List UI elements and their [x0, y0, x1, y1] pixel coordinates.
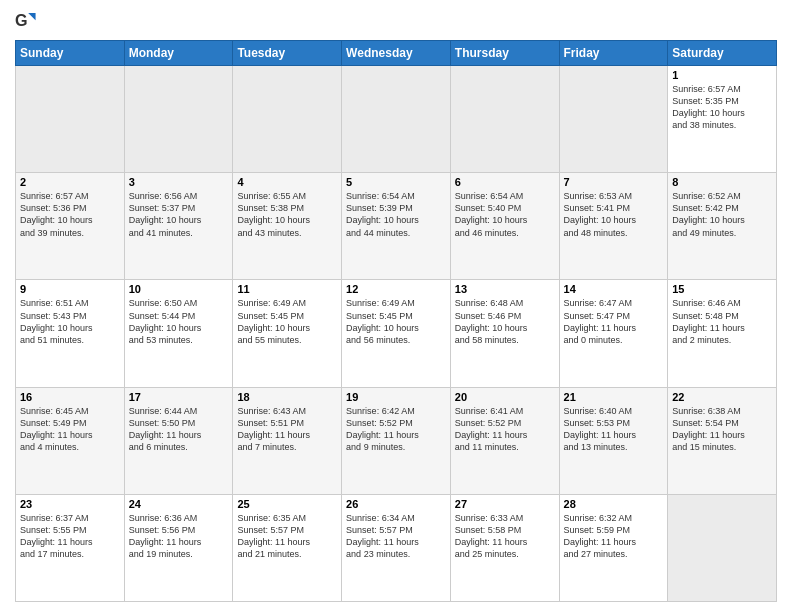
day-number: 10 — [129, 283, 229, 295]
calendar-cell: 18Sunrise: 6:43 AM Sunset: 5:51 PM Dayli… — [233, 387, 342, 494]
day-number: 25 — [237, 498, 337, 510]
day-info: Sunrise: 6:57 AM Sunset: 5:35 PM Dayligh… — [672, 83, 772, 132]
logo: G — [15, 10, 41, 32]
day-number: 9 — [20, 283, 120, 295]
calendar-cell: 23Sunrise: 6:37 AM Sunset: 5:55 PM Dayli… — [16, 494, 125, 601]
day-number: 1 — [672, 69, 772, 81]
weekday-header-friday: Friday — [559, 41, 668, 66]
day-info: Sunrise: 6:57 AM Sunset: 5:36 PM Dayligh… — [20, 190, 120, 239]
logo-icon: G — [15, 10, 37, 32]
calendar-cell: 11Sunrise: 6:49 AM Sunset: 5:45 PM Dayli… — [233, 280, 342, 387]
weekday-header-saturday: Saturday — [668, 41, 777, 66]
calendar-cell: 5Sunrise: 6:54 AM Sunset: 5:39 PM Daylig… — [342, 173, 451, 280]
day-number: 23 — [20, 498, 120, 510]
day-number: 26 — [346, 498, 446, 510]
day-number: 20 — [455, 391, 555, 403]
day-info: Sunrise: 6:56 AM Sunset: 5:37 PM Dayligh… — [129, 190, 229, 239]
page: G SundayMondayTuesdayWednesdayThursdayFr… — [0, 0, 792, 612]
day-number: 27 — [455, 498, 555, 510]
svg-marker-1 — [28, 13, 35, 20]
calendar-cell — [342, 66, 451, 173]
calendar-cell: 4Sunrise: 6:55 AM Sunset: 5:38 PM Daylig… — [233, 173, 342, 280]
calendar-cell — [233, 66, 342, 173]
day-number: 19 — [346, 391, 446, 403]
day-number: 13 — [455, 283, 555, 295]
calendar-cell — [559, 66, 668, 173]
calendar-cell: 7Sunrise: 6:53 AM Sunset: 5:41 PM Daylig… — [559, 173, 668, 280]
day-number: 18 — [237, 391, 337, 403]
calendar-week-3: 9Sunrise: 6:51 AM Sunset: 5:43 PM Daylig… — [16, 280, 777, 387]
day-number: 17 — [129, 391, 229, 403]
calendar-cell: 21Sunrise: 6:40 AM Sunset: 5:53 PM Dayli… — [559, 387, 668, 494]
day-number: 16 — [20, 391, 120, 403]
calendar-cell: 25Sunrise: 6:35 AM Sunset: 5:57 PM Dayli… — [233, 494, 342, 601]
weekday-header-monday: Monday — [124, 41, 233, 66]
day-info: Sunrise: 6:52 AM Sunset: 5:42 PM Dayligh… — [672, 190, 772, 239]
calendar-cell: 1Sunrise: 6:57 AM Sunset: 5:35 PM Daylig… — [668, 66, 777, 173]
calendar-cell: 10Sunrise: 6:50 AM Sunset: 5:44 PM Dayli… — [124, 280, 233, 387]
calendar-cell — [450, 66, 559, 173]
day-info: Sunrise: 6:48 AM Sunset: 5:46 PM Dayligh… — [455, 297, 555, 346]
day-info: Sunrise: 6:53 AM Sunset: 5:41 PM Dayligh… — [564, 190, 664, 239]
day-number: 28 — [564, 498, 664, 510]
calendar-cell: 22Sunrise: 6:38 AM Sunset: 5:54 PM Dayli… — [668, 387, 777, 494]
calendar-cell: 8Sunrise: 6:52 AM Sunset: 5:42 PM Daylig… — [668, 173, 777, 280]
weekday-header-wednesday: Wednesday — [342, 41, 451, 66]
day-info: Sunrise: 6:36 AM Sunset: 5:56 PM Dayligh… — [129, 512, 229, 561]
weekday-header-tuesday: Tuesday — [233, 41, 342, 66]
day-info: Sunrise: 6:49 AM Sunset: 5:45 PM Dayligh… — [237, 297, 337, 346]
calendar-week-1: 1Sunrise: 6:57 AM Sunset: 5:35 PM Daylig… — [16, 66, 777, 173]
calendar-table: SundayMondayTuesdayWednesdayThursdayFrid… — [15, 40, 777, 602]
day-number: 6 — [455, 176, 555, 188]
day-number: 14 — [564, 283, 664, 295]
calendar-cell: 28Sunrise: 6:32 AM Sunset: 5:59 PM Dayli… — [559, 494, 668, 601]
day-info: Sunrise: 6:49 AM Sunset: 5:45 PM Dayligh… — [346, 297, 446, 346]
day-info: Sunrise: 6:33 AM Sunset: 5:58 PM Dayligh… — [455, 512, 555, 561]
calendar-cell: 26Sunrise: 6:34 AM Sunset: 5:57 PM Dayli… — [342, 494, 451, 601]
calendar-cell: 14Sunrise: 6:47 AM Sunset: 5:47 PM Dayli… — [559, 280, 668, 387]
day-number: 21 — [564, 391, 664, 403]
calendar-cell — [668, 494, 777, 601]
day-number: 12 — [346, 283, 446, 295]
day-number: 7 — [564, 176, 664, 188]
calendar-week-4: 16Sunrise: 6:45 AM Sunset: 5:49 PM Dayli… — [16, 387, 777, 494]
calendar-cell: 13Sunrise: 6:48 AM Sunset: 5:46 PM Dayli… — [450, 280, 559, 387]
calendar-cell: 3Sunrise: 6:56 AM Sunset: 5:37 PM Daylig… — [124, 173, 233, 280]
day-number: 15 — [672, 283, 772, 295]
day-info: Sunrise: 6:43 AM Sunset: 5:51 PM Dayligh… — [237, 405, 337, 454]
day-info: Sunrise: 6:50 AM Sunset: 5:44 PM Dayligh… — [129, 297, 229, 346]
day-number: 24 — [129, 498, 229, 510]
day-info: Sunrise: 6:47 AM Sunset: 5:47 PM Dayligh… — [564, 297, 664, 346]
svg-text:G: G — [15, 11, 28, 29]
day-info: Sunrise: 6:46 AM Sunset: 5:48 PM Dayligh… — [672, 297, 772, 346]
day-info: Sunrise: 6:54 AM Sunset: 5:40 PM Dayligh… — [455, 190, 555, 239]
calendar-cell: 24Sunrise: 6:36 AM Sunset: 5:56 PM Dayli… — [124, 494, 233, 601]
day-info: Sunrise: 6:51 AM Sunset: 5:43 PM Dayligh… — [20, 297, 120, 346]
calendar-week-2: 2Sunrise: 6:57 AM Sunset: 5:36 PM Daylig… — [16, 173, 777, 280]
day-number: 3 — [129, 176, 229, 188]
calendar-cell: 9Sunrise: 6:51 AM Sunset: 5:43 PM Daylig… — [16, 280, 125, 387]
day-info: Sunrise: 6:44 AM Sunset: 5:50 PM Dayligh… — [129, 405, 229, 454]
calendar-cell: 16Sunrise: 6:45 AM Sunset: 5:49 PM Dayli… — [16, 387, 125, 494]
calendar-cell: 6Sunrise: 6:54 AM Sunset: 5:40 PM Daylig… — [450, 173, 559, 280]
header: G — [15, 10, 777, 32]
day-number: 5 — [346, 176, 446, 188]
calendar-cell: 27Sunrise: 6:33 AM Sunset: 5:58 PM Dayli… — [450, 494, 559, 601]
day-info: Sunrise: 6:32 AM Sunset: 5:59 PM Dayligh… — [564, 512, 664, 561]
calendar-cell: 17Sunrise: 6:44 AM Sunset: 5:50 PM Dayli… — [124, 387, 233, 494]
weekday-header-thursday: Thursday — [450, 41, 559, 66]
weekday-header-row: SundayMondayTuesdayWednesdayThursdayFrid… — [16, 41, 777, 66]
day-info: Sunrise: 6:54 AM Sunset: 5:39 PM Dayligh… — [346, 190, 446, 239]
day-number: 4 — [237, 176, 337, 188]
calendar-week-5: 23Sunrise: 6:37 AM Sunset: 5:55 PM Dayli… — [16, 494, 777, 601]
calendar-cell — [124, 66, 233, 173]
day-number: 2 — [20, 176, 120, 188]
day-info: Sunrise: 6:41 AM Sunset: 5:52 PM Dayligh… — [455, 405, 555, 454]
calendar-cell: 2Sunrise: 6:57 AM Sunset: 5:36 PM Daylig… — [16, 173, 125, 280]
calendar-cell: 19Sunrise: 6:42 AM Sunset: 5:52 PM Dayli… — [342, 387, 451, 494]
calendar-cell: 12Sunrise: 6:49 AM Sunset: 5:45 PM Dayli… — [342, 280, 451, 387]
calendar-cell: 15Sunrise: 6:46 AM Sunset: 5:48 PM Dayli… — [668, 280, 777, 387]
day-number: 11 — [237, 283, 337, 295]
day-number: 8 — [672, 176, 772, 188]
day-info: Sunrise: 6:45 AM Sunset: 5:49 PM Dayligh… — [20, 405, 120, 454]
